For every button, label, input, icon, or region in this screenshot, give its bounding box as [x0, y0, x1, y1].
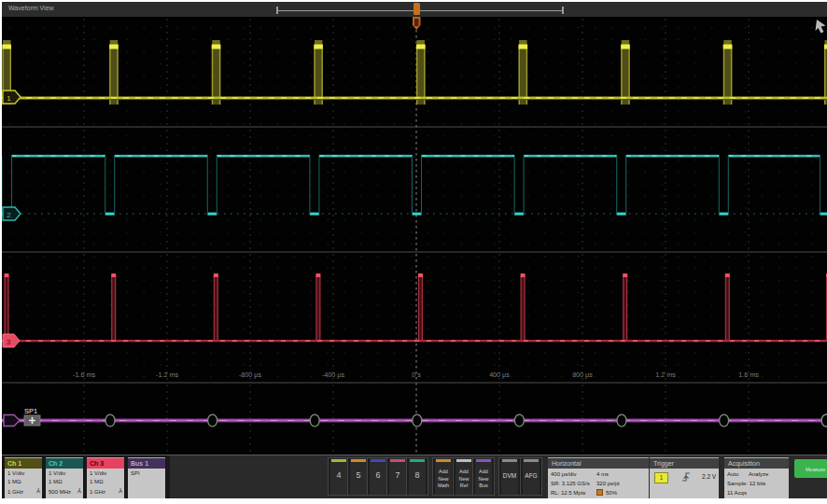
svg-text:-400 µs: -400 µs [322, 371, 345, 379]
svg-text:0 s: 0 s [412, 371, 421, 379]
svg-text:2: 2 [7, 211, 11, 219]
svg-text:-1.2 ms: -1.2 ms [156, 371, 178, 379]
svg-text:SP1: SP1 [24, 407, 37, 415]
svg-text:3: 3 [7, 338, 11, 346]
svg-text:1: 1 [7, 94, 11, 103]
svg-text:1.2 ms: 1.2 ms [655, 371, 676, 379]
svg-text:1.6 ms: 1.6 ms [738, 371, 759, 379]
svg-text:400 µs: 400 µs [489, 371, 510, 379]
svg-text:-1.6 ms: -1.6 ms [73, 371, 95, 379]
svg-text:800 µs: 800 µs [572, 371, 593, 379]
svg-text:-800 µs: -800 µs [239, 371, 262, 379]
